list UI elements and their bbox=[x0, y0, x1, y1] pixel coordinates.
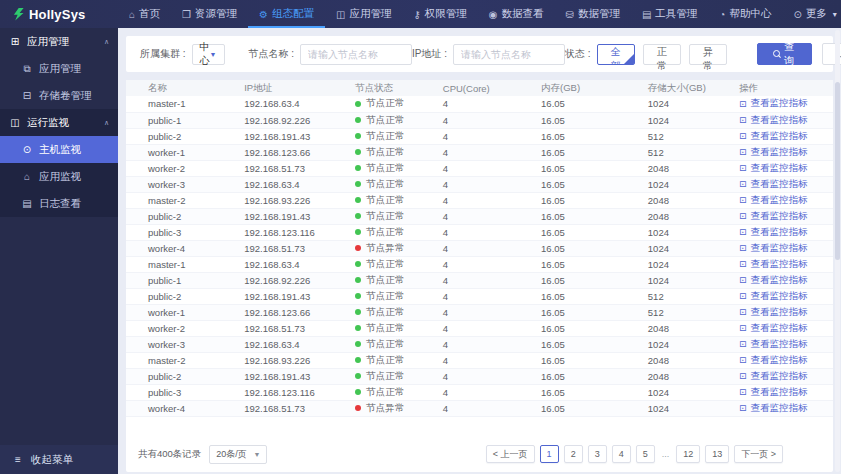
view-metrics-link[interactable]: ⊡查看监控指标 bbox=[739, 370, 808, 383]
view-metrics-link[interactable]: ⊡查看监控指标 bbox=[739, 386, 808, 399]
view-metrics-link[interactable]: ⊡查看监控指标 bbox=[739, 306, 808, 319]
cell-cpu: 4 bbox=[433, 112, 531, 128]
status-filter-1[interactable]: 正常 bbox=[643, 44, 681, 65]
nav-item-more[interactable]: ⊙ 更多 ▾ bbox=[782, 0, 841, 28]
view-metrics-link[interactable]: ⊡查看监控指标 bbox=[739, 130, 808, 143]
page-button-1[interactable]: 1 bbox=[540, 445, 559, 463]
cell-status: 节点正常 bbox=[345, 176, 433, 192]
table-row: public-2 192.168.191.43 节点正常 4 16.05 512… bbox=[126, 128, 833, 144]
chevron-down-icon: ▼ bbox=[210, 51, 217, 58]
page-button-12[interactable]: 12 bbox=[676, 445, 700, 463]
monitor-icon: ⊡ bbox=[739, 403, 747, 413]
prev-page-button[interactable]: < 上一页 bbox=[486, 445, 535, 463]
page-button-13[interactable]: 13 bbox=[705, 445, 729, 463]
cell-name: public-3 bbox=[126, 224, 234, 240]
sidebar-item-app-monitor[interactable]: ⌂ 应用监视 bbox=[0, 163, 118, 190]
table-row: worker-3 192.168.63.4 节点正常 4 16.05 1024 … bbox=[126, 336, 833, 352]
nav-item-label: 资源管理 bbox=[195, 7, 237, 21]
cell-memory: 16.05 bbox=[531, 224, 638, 240]
table-row: worker-1 192.168.123.66 节点正常 4 16.05 512… bbox=[126, 304, 833, 320]
cell-ip: 192.168.191.43 bbox=[234, 368, 345, 384]
view-metrics-link[interactable]: ⊡查看监控指标 bbox=[739, 258, 808, 271]
view-metrics-link[interactable]: ⊡查看监控指标 bbox=[739, 338, 808, 351]
view-metrics-link[interactable]: ⊡查看监控指标 bbox=[739, 290, 808, 303]
nav-item-resources[interactable]: ❐ 资源管理 bbox=[171, 0, 248, 28]
nav-item-apps[interactable]: ◫ 应用管理 bbox=[325, 0, 402, 28]
sidebar-item-host-monitor[interactable]: ⊙ 主机监视 bbox=[0, 136, 118, 163]
cell-storage: 2048 bbox=[638, 352, 729, 368]
cell-memory: 16.05 bbox=[531, 384, 638, 400]
sidebar: ⊞ 应用管理 ∧ ⧉ 应用管理 ⊟ 存储卷管理 ◫ 运行监视 ∧ ⊙ 主机监视 bbox=[0, 28, 118, 474]
page-size-value: 20条/页 bbox=[216, 448, 247, 461]
table-row: public-2 192.168.191.43 节点正常 4 16.05 512… bbox=[126, 288, 833, 304]
node-name-label: 节点名称 : bbox=[249, 47, 295, 61]
view-metrics-link[interactable]: ⊡查看监控指标 bbox=[739, 178, 808, 191]
status-filter-2[interactable]: 异常 bbox=[689, 44, 727, 65]
sidebar-item-label: 主机监视 bbox=[39, 143, 81, 157]
search-button[interactable]: 查询 bbox=[757, 43, 812, 65]
cell-memory: 16.05 bbox=[531, 336, 638, 352]
cell-cpu: 4 bbox=[433, 160, 531, 176]
view-metrics-link[interactable]: ⊡查看监控指标 bbox=[739, 354, 808, 367]
view-metrics-link[interactable]: ⊡查看监控指标 bbox=[739, 146, 808, 159]
status-filter-0[interactable]: 全部状态 bbox=[597, 44, 635, 65]
view-metrics-link[interactable]: ⊡查看监控指标 bbox=[739, 97, 808, 110]
chevron-down-icon: ▾ bbox=[833, 10, 837, 19]
status-label: 状态 : bbox=[565, 47, 591, 61]
sidebar-group-header-app-mgmt[interactable]: ⊞ 应用管理 ∧ bbox=[0, 28, 118, 55]
cell-name: worker-4 bbox=[126, 400, 234, 416]
page-button-3[interactable]: 3 bbox=[588, 445, 607, 463]
page-button-4[interactable]: 4 bbox=[612, 445, 631, 463]
ip-input[interactable] bbox=[453, 44, 565, 65]
nav-item-tools[interactable]: ▤ 工具管理 bbox=[631, 0, 708, 28]
sidebar-item-log-view[interactable]: ▤ 日志查看 bbox=[0, 190, 118, 217]
sidebar-group-header-run-monitor[interactable]: ◫ 运行监视 ∧ bbox=[0, 109, 118, 136]
page-button-5[interactable]: 5 bbox=[636, 445, 655, 463]
view-metrics-link[interactable]: ⊡查看监控指标 bbox=[739, 194, 808, 207]
next-page-button[interactable]: 下一页 > bbox=[734, 445, 783, 463]
nav-item-home[interactable]: ⌂ 首页 bbox=[118, 0, 171, 28]
cell-cpu: 4 bbox=[433, 256, 531, 272]
nav-item-config[interactable]: ⚙ 组态配置 bbox=[248, 0, 325, 28]
view-metrics-link[interactable]: ⊡查看监控指标 bbox=[739, 162, 808, 175]
table-row: public-2 192.168.191.43 节点正常 4 16.05 204… bbox=[126, 368, 833, 384]
chevron-down-icon: ▼ bbox=[253, 451, 260, 458]
monitor-icon: ⊡ bbox=[739, 195, 747, 205]
cell-status: 节点正常 bbox=[345, 352, 433, 368]
monitor-icon: ⊡ bbox=[739, 275, 747, 285]
cluster-select[interactable]: 中心 ▼ bbox=[192, 44, 225, 65]
sidebar-item-app-mgmt-sub[interactable]: ⧉ 应用管理 bbox=[0, 55, 118, 82]
view-metrics-link[interactable]: ⊡查看监控指标 bbox=[739, 242, 808, 255]
cell-storage: 1024 bbox=[638, 400, 729, 416]
status-dot bbox=[355, 117, 361, 123]
view-metrics-link[interactable]: ⊡查看监控指标 bbox=[739, 322, 808, 335]
cell-storage: 512 bbox=[638, 288, 729, 304]
collapse-menu-button[interactable]: ≡ 收起菜单 bbox=[0, 445, 118, 474]
view-metrics-link[interactable]: ⊡查看监控指标 bbox=[739, 114, 808, 127]
sidebar-item-storage-volume[interactable]: ⊟ 存储卷管理 bbox=[0, 82, 118, 109]
page-size-select[interactable]: 20条/页 ▼ bbox=[209, 445, 267, 464]
cell-memory: 16.05 bbox=[531, 160, 638, 176]
main-nav: ⌂ 首页 ❐ 资源管理 ⚙ 组态配置 ◫ 应用管理 ⚷ 权限管理 ◉ 数据查看 … bbox=[118, 0, 841, 28]
column-header: CPU(Core) bbox=[433, 80, 531, 96]
nav-item-help[interactable]: ◔ 帮助中心 bbox=[708, 0, 782, 28]
cell-storage: 2048 bbox=[638, 320, 729, 336]
cell-action: ⊡查看监控指标 bbox=[729, 352, 833, 368]
nav-item-data-mgmt[interactable]: ⛁ 数据管理 bbox=[555, 0, 631, 28]
node-name-input[interactable] bbox=[300, 44, 412, 65]
view-metrics-link[interactable]: ⊡查看监控指标 bbox=[739, 274, 808, 287]
cell-action: ⊡查看监控指标 bbox=[729, 176, 833, 192]
nav-item-permissions[interactable]: ⚷ 权限管理 bbox=[402, 0, 477, 28]
cell-ip: 192.168.191.43 bbox=[234, 208, 345, 224]
page-button-2[interactable]: 2 bbox=[564, 445, 583, 463]
view-metrics-link[interactable]: ⊡查看监控指标 bbox=[739, 226, 808, 239]
status-dot bbox=[355, 325, 361, 331]
nav-item-data-view[interactable]: ◉ 数据查看 bbox=[478, 0, 555, 28]
status-dot bbox=[355, 229, 361, 235]
table-row: master-1 192.168.63.4 节点正常 4 16.05 1024 … bbox=[126, 256, 833, 272]
cell-storage: 2048 bbox=[638, 160, 729, 176]
cell-action: ⊡查看监控指标 bbox=[729, 192, 833, 208]
view-metrics-link[interactable]: ⊡查看监控指标 bbox=[739, 402, 808, 415]
view-metrics-link[interactable]: ⊡查看监控指标 bbox=[739, 210, 808, 223]
scrollbar-thumb[interactable] bbox=[835, 82, 840, 260]
